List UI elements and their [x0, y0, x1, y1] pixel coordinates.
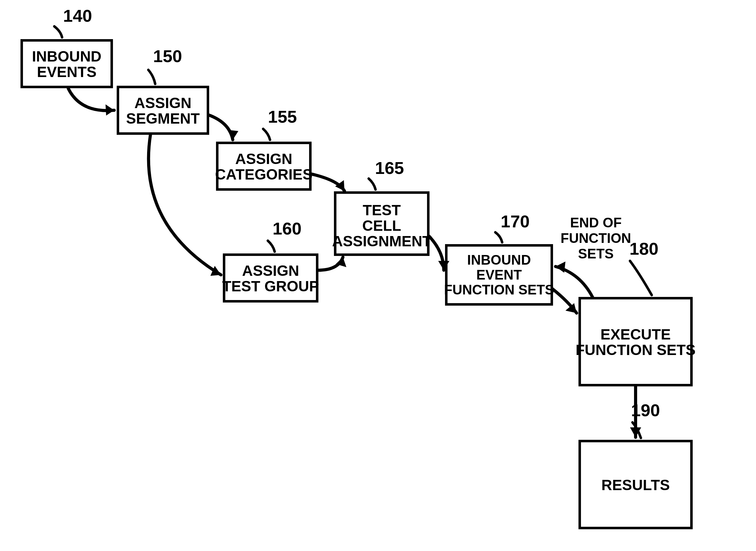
node-label: FUNCTION SETS — [576, 342, 696, 358]
node-label: FUNCTION SETS — [444, 282, 554, 297]
svg-text:FUNCTION: FUNCTION — [560, 230, 631, 246]
edge-label-end-of-function-sets: END OF FUNCTION SETS — [560, 215, 631, 261]
node-label: EVENT — [476, 267, 522, 282]
node-ref: 160 — [272, 219, 301, 238]
node-assign-test-group: ASSIGN TEST GROUP 160 — [222, 219, 319, 301]
node-ref: 165 — [375, 158, 404, 178]
node-label: ASSIGN — [134, 95, 191, 111]
node-label: ASSIGN — [242, 262, 299, 279]
node-ref: 170 — [501, 211, 529, 231]
svg-text:SETS: SETS — [578, 246, 614, 261]
arrow-155-165 — [311, 174, 344, 191]
node-label: RESULTS — [601, 477, 670, 493]
node-label: ASSIGN — [235, 151, 292, 167]
arrow-180-170 — [556, 261, 593, 298]
node-ref: 140 — [63, 6, 92, 25]
arrow-160-165 — [318, 257, 346, 270]
arrow-150-160 — [149, 134, 221, 276]
node-label: CATEGORIES — [215, 166, 313, 183]
svg-marker-18 — [556, 261, 565, 273]
node-label: ASSIGNMENT — [332, 233, 431, 249]
node-label: INBOUND — [467, 252, 531, 267]
node-inbound-events: INBOUND EVENTS 140 — [22, 6, 112, 87]
arrow-170-180 — [552, 289, 577, 313]
svg-marker-11 — [106, 104, 114, 115]
node-assign-segment: ASSIGN SEGMENT 150 — [118, 46, 208, 133]
node-ref: 150 — [153, 46, 182, 66]
arrow-140-150 — [68, 88, 114, 115]
node-label: EVENTS — [37, 64, 97, 80]
arrow-150-155 — [209, 115, 238, 140]
node-ref: 180 — [629, 239, 658, 258]
node-label: TEST — [363, 202, 401, 218]
node-label: INBOUND — [32, 48, 101, 65]
node-inbound-event-function-sets: INBOUND EVENT FUNCTION SETS 170 — [444, 211, 554, 305]
node-label: CELL — [362, 217, 401, 234]
node-assign-categories: ASSIGN CATEGORIES 155 — [215, 107, 313, 189]
node-label: EXECUTE — [601, 326, 671, 343]
node-ref: 155 — [268, 107, 297, 126]
svg-text:END OF: END OF — [570, 215, 622, 230]
flow-diagram: INBOUND EVENTS 140 ASSIGN SEGMENT 150 AS… — [0, 0, 756, 551]
node-label: SEGMENT — [126, 110, 200, 127]
node-label: TEST GROUP — [222, 278, 319, 295]
node-test-cell-assignment: TEST CELL ASSIGNMENT 165 — [332, 158, 431, 255]
svg-marker-12 — [227, 130, 238, 140]
